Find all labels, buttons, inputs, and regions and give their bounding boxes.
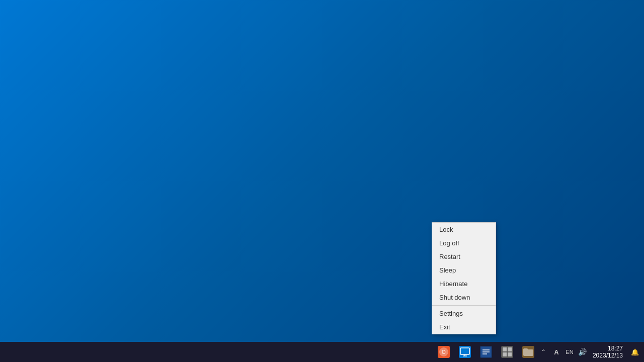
menu-item-lock[interactable]: Lock — [432, 223, 496, 236]
app-icon-4 — [501, 346, 513, 358]
chevron-icon: ⌃ — [541, 348, 546, 355]
taskbar-app-3[interactable] — [476, 343, 496, 361]
language-label: EN — [566, 349, 573, 355]
volume-icon: 🔊 — [578, 348, 587, 356]
menu-divider — [432, 305, 496, 306]
taskbar-app-5[interactable] — [518, 343, 538, 361]
notification-icon[interactable]: 🔔 — [630, 347, 640, 357]
menu-item-restart[interactable]: Restart — [432, 250, 496, 263]
app-icon-3 — [480, 346, 492, 358]
show-hidden-icons-button[interactable]: ⌃ — [538, 347, 548, 357]
font-icon: A — [554, 348, 558, 356]
svg-rect-12 — [508, 352, 512, 356]
svg-text:O: O — [442, 349, 446, 355]
speaker-icon[interactable]: 🔊 — [578, 347, 588, 357]
taskbar-app-4[interactable] — [497, 343, 517, 361]
system-tray: ⌃ A EN 🔊 18:27 2023/12/13 🔔 — [538, 345, 640, 359]
app-icon-2 — [459, 346, 471, 358]
menu-item-sleep[interactable]: Sleep — [432, 263, 496, 277]
svg-rect-11 — [503, 352, 507, 356]
menu-item-shutdown[interactable]: Shut down — [432, 291, 496, 304]
font-size-icon[interactable]: A — [551, 347, 561, 357]
clock[interactable]: 18:27 2023/12/13 — [591, 345, 625, 359]
app-icon-5 — [522, 346, 534, 358]
svg-rect-10 — [508, 347, 512, 351]
clock-time: 18:27 — [608, 345, 623, 352]
taskbar-apps: O — [434, 343, 538, 361]
taskbar-app-2[interactable] — [455, 343, 475, 361]
taskbar-app-1[interactable]: O — [434, 343, 454, 361]
app-icon-1: O — [438, 346, 450, 358]
svg-rect-2 — [460, 348, 469, 354]
desktop — [0, 0, 644, 342]
keyboard-language-icon[interactable]: EN — [565, 347, 575, 357]
menu-item-exit[interactable]: Exit — [432, 320, 496, 334]
menu-item-hibernate[interactable]: Hibernate — [432, 277, 496, 291]
bell-icon: 🔔 — [631, 348, 639, 356]
taskbar: O — [0, 342, 644, 362]
menu-item-logoff[interactable]: Log off — [432, 236, 496, 250]
clock-date: 2023/12/13 — [593, 352, 623, 359]
svg-rect-9 — [503, 347, 507, 351]
menu-item-settings[interactable]: Settings — [432, 307, 496, 320]
context-menu: Lock Log off Restart Sleep Hibernate Shu… — [432, 222, 496, 334]
